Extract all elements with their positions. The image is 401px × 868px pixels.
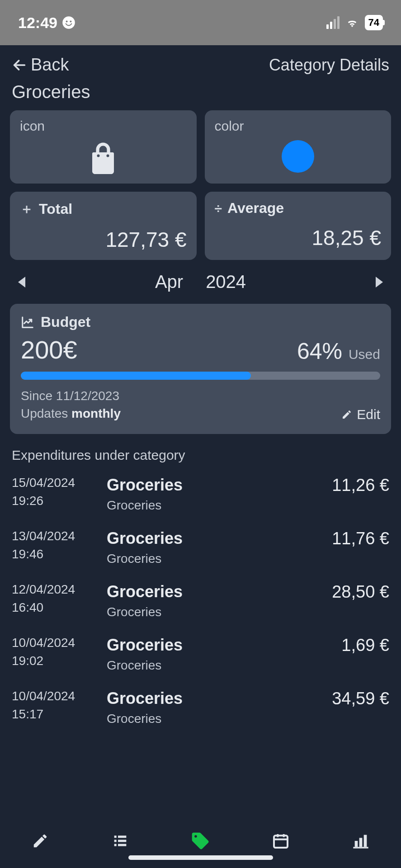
budget-used-label: Used xyxy=(349,347,380,362)
transaction-time: 16:40 xyxy=(12,600,98,615)
transaction-row[interactable]: 15/04/202419:26GroceriesGroceries11,26 € xyxy=(0,467,401,521)
svg-rect-10 xyxy=(114,844,117,846)
tab-edit[interactable] xyxy=(27,827,54,854)
budget-card[interactable]: Budget 200€ 64% Used Since 11/12/2023 Up… xyxy=(10,304,391,434)
arrow-left-icon xyxy=(12,57,27,73)
budget-progress-fill xyxy=(21,372,251,380)
transaction-subtitle: Groceries xyxy=(107,712,323,726)
total-card[interactable]: ＋ Total 127,73 € xyxy=(10,192,197,260)
budget-amount: 200€ xyxy=(21,335,77,364)
pencil-icon xyxy=(32,832,49,849)
transaction-subtitle: Groceries xyxy=(107,658,332,673)
average-value: 18,25 € xyxy=(215,226,382,250)
transaction-time: 19:26 xyxy=(12,494,98,508)
transaction-datetime: 10/04/202415:17 xyxy=(12,689,98,722)
transaction-title: Groceries xyxy=(107,582,323,601)
svg-point-2 xyxy=(70,21,71,23)
transaction-title: Groceries xyxy=(107,529,323,548)
category-icon-holder xyxy=(20,140,187,175)
svg-point-4 xyxy=(97,155,100,157)
transaction-date: 13/04/2024 xyxy=(12,529,98,543)
budget-meta: Since 11/12/2023 Updates monthly xyxy=(21,387,121,422)
color-card[interactable]: color xyxy=(205,110,392,184)
transaction-main: GroceriesGroceries xyxy=(107,582,323,619)
svg-rect-18 xyxy=(364,835,367,847)
budget-progress xyxy=(21,372,380,380)
total-label: Total xyxy=(39,201,72,217)
transaction-row[interactable]: 13/04/202419:46GroceriesGroceries11,76 € xyxy=(0,521,401,574)
edit-label: Edit xyxy=(357,407,380,422)
transaction-amount: 34,59 € xyxy=(332,689,389,708)
transaction-date: 10/04/2024 xyxy=(12,689,98,703)
period-month: Apr xyxy=(155,272,183,292)
total-value: 127,73 € xyxy=(20,227,187,252)
transaction-row[interactable]: 10/04/202419:02GroceriesGroceries1,69 € xyxy=(0,627,401,681)
battery-indicator: 74 xyxy=(365,15,383,30)
calendar-icon xyxy=(272,832,290,850)
tag-icon xyxy=(190,831,210,851)
category-name: Groceries xyxy=(0,78,401,110)
budget-percent: 64% xyxy=(297,338,342,364)
transaction-subtitle: Groceries xyxy=(107,498,323,513)
plus-icon: ＋ xyxy=(20,200,33,218)
page-title: Category Details xyxy=(269,56,389,75)
transaction-datetime: 13/04/202419:46 xyxy=(12,529,98,561)
tab-calendar[interactable] xyxy=(267,827,294,854)
icon-card-label: icon xyxy=(20,118,187,134)
stats-row: ＋ Total 127,73 € ÷ Average 18,25 € xyxy=(0,192,401,260)
status-left: 12:49 xyxy=(18,14,75,32)
svg-rect-12 xyxy=(274,835,288,848)
transaction-amount: 1,69 € xyxy=(341,636,389,655)
shopping-bag-icon xyxy=(87,140,119,175)
tab-stats[interactable] xyxy=(347,827,374,854)
transaction-time: 19:46 xyxy=(12,547,98,561)
svg-rect-9 xyxy=(118,840,126,842)
transactions-list: 15/04/202419:26GroceriesGroceries11,26 €… xyxy=(0,467,401,734)
color-swatch xyxy=(282,140,314,173)
back-label: Back xyxy=(31,55,69,75)
color-holder xyxy=(215,140,382,173)
transaction-amount: 11,76 € xyxy=(332,529,389,548)
transaction-row[interactable]: 10/04/202415:17GroceriesGroceries34,59 € xyxy=(0,681,401,734)
status-time: 12:49 xyxy=(18,14,57,32)
cellular-signal-icon xyxy=(326,16,340,29)
average-card[interactable]: ÷ Average 18,25 € xyxy=(205,192,392,260)
transaction-main: GroceriesGroceries xyxy=(107,529,323,566)
svg-point-5 xyxy=(107,155,109,157)
transaction-main: GroceriesGroceries xyxy=(107,476,323,513)
transaction-row[interactable]: 12/04/202416:40GroceriesGroceries28,50 € xyxy=(0,574,401,627)
svg-rect-7 xyxy=(118,835,126,838)
pencil-icon xyxy=(341,409,352,420)
edit-budget-button[interactable]: Edit xyxy=(341,407,380,422)
wifi-icon xyxy=(346,18,359,28)
divide-icon: ÷ xyxy=(215,201,222,216)
transaction-time: 19:02 xyxy=(12,654,98,668)
transactions-header: Expenditures under category xyxy=(0,434,401,467)
icon-color-row: icon color xyxy=(0,110,401,184)
prev-month-button[interactable] xyxy=(18,277,25,288)
icon-card[interactable]: icon xyxy=(10,110,197,184)
home-indicator xyxy=(128,855,273,860)
list-icon xyxy=(111,832,129,850)
transaction-subtitle: Groceries xyxy=(107,552,323,566)
svg-rect-16 xyxy=(355,841,358,847)
transaction-datetime: 15/04/202419:26 xyxy=(12,476,98,508)
svg-rect-17 xyxy=(359,838,363,847)
budget-label: Budget xyxy=(41,314,90,330)
tab-tags[interactable] xyxy=(187,827,214,854)
tab-list[interactable] xyxy=(107,827,134,854)
average-label: Average xyxy=(227,200,284,217)
transaction-main: GroceriesGroceries xyxy=(107,636,332,673)
back-button[interactable]: Back xyxy=(12,55,69,75)
chart-line-icon xyxy=(21,316,34,329)
svg-rect-11 xyxy=(118,844,126,846)
status-right: 74 xyxy=(326,15,383,30)
transaction-title: Groceries xyxy=(107,476,323,495)
period-year: 2024 xyxy=(206,272,246,292)
transaction-datetime: 12/04/202416:40 xyxy=(12,582,98,615)
period-display[interactable]: Apr 2024 xyxy=(155,272,246,292)
next-month-button[interactable] xyxy=(376,277,383,288)
transaction-date: 15/04/2024 xyxy=(12,476,98,490)
bar-chart-icon xyxy=(352,832,370,850)
transaction-amount: 11,26 € xyxy=(332,476,389,495)
